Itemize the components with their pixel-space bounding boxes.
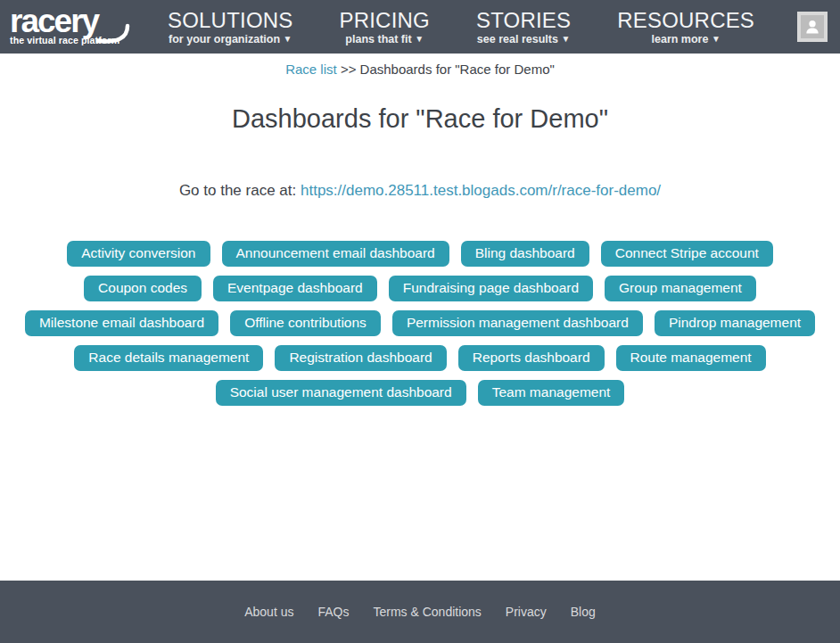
nav-stories-sublabel: see real results ▼ bbox=[476, 33, 571, 45]
footer-link-terms[interactable]: Terms & Conditions bbox=[373, 605, 481, 619]
nav-solutions-label: SOLUTIONS bbox=[168, 9, 293, 32]
dashboard-button-route-management[interactable]: Route management bbox=[616, 345, 766, 371]
dashboard-button-social-user-management[interactable]: Social user management dashboard bbox=[216, 380, 466, 406]
footer: About us FAQs Terms & Conditions Privacy… bbox=[0, 581, 840, 643]
chevron-down-icon: ▼ bbox=[561, 34, 570, 44]
dashboard-button-registration[interactable]: Registration dashboard bbox=[275, 345, 446, 371]
footer-link-privacy[interactable]: Privacy bbox=[506, 605, 547, 619]
breadcrumb-separator: >> bbox=[341, 62, 357, 77]
nav-pricing-sublabel: plans that fit ▼ bbox=[340, 33, 430, 45]
dashboard-button-connect-stripe[interactable]: Connect Stripe account bbox=[601, 241, 773, 267]
breadcrumb-current: Dashboards for "Race for Demo" bbox=[360, 62, 555, 77]
racery-logo-image: racery the virtual race platform bbox=[9, 4, 150, 46]
nav-stories-label: STORIES bbox=[476, 9, 571, 32]
dashboard-button-fundraising-page[interactable]: Fundraising page dashboard bbox=[389, 276, 593, 301]
logo-wordmark: racery bbox=[10, 4, 101, 39]
account-button[interactable] bbox=[797, 12, 828, 42]
dashboard-button-eventpage[interactable]: Eventpage dashboard bbox=[213, 276, 377, 301]
nav-solutions-sublabel: for your organization ▼ bbox=[168, 33, 293, 45]
nav-resources-subtext: learn more bbox=[652, 33, 709, 45]
chevron-down-icon: ▼ bbox=[712, 34, 721, 44]
top-navigation-bar: racery the virtual race platform SOLUTIO… bbox=[0, 0, 840, 54]
dashboard-button-reports[interactable]: Reports dashboard bbox=[458, 345, 605, 371]
chevron-down-icon: ▼ bbox=[415, 34, 424, 44]
nav-item-resources[interactable]: RESOURCES learn more ▼ bbox=[617, 9, 754, 45]
nav-pricing-subtext: plans that fit bbox=[345, 33, 411, 45]
dashboard-button-pindrop-management[interactable]: Pindrop management bbox=[655, 310, 815, 336]
racery-logo[interactable]: racery the virtual race platform bbox=[9, 4, 152, 50]
dashboard-button-offline-contributions[interactable]: Offline contributions bbox=[230, 310, 381, 336]
nav-item-solutions[interactable]: SOLUTIONS for your organization ▼ bbox=[168, 9, 293, 45]
chevron-down-icon: ▼ bbox=[284, 34, 292, 44]
dashboard-button-milestone-email[interactable]: Milestone email dashboard bbox=[25, 310, 218, 336]
nav-resources-label: RESOURCES bbox=[617, 9, 754, 32]
dashboard-button-group-management[interactable]: Group management bbox=[605, 276, 756, 301]
nav-stories-subtext: see real results bbox=[477, 33, 558, 45]
dashboard-button-permission-management[interactable]: Permission management dashboard bbox=[392, 310, 643, 336]
dashboard-button-group: Activity conversion Announcement email d… bbox=[19, 241, 821, 406]
footer-link-blog[interactable]: Blog bbox=[571, 605, 596, 619]
main-nav: SOLUTIONS for your organization ▼ PRICIN… bbox=[168, 9, 754, 45]
nav-item-stories[interactable]: STORIES see real results ▼ bbox=[476, 9, 571, 45]
breadcrumb: Race list >> Dashboards for "Race for De… bbox=[0, 54, 840, 77]
page-title: Dashboards for "Race for Demo" bbox=[0, 104, 840, 134]
breadcrumb-race-list-link[interactable]: Race list bbox=[285, 62, 337, 77]
main-content: Race list >> Dashboards for "Race for De… bbox=[0, 54, 840, 581]
logo-tagline: the virtual race platform bbox=[10, 35, 119, 45]
dashboard-button-bling[interactable]: Bling dashboard bbox=[461, 241, 589, 267]
nav-pricing-label: PRICING bbox=[340, 9, 430, 32]
dashboard-button-team-management[interactable]: Team management bbox=[478, 380, 625, 406]
race-link-line: Go to the race at: https://demo.28511.te… bbox=[0, 182, 840, 200]
dashboard-button-announcement-email[interactable]: Announcement email dashboard bbox=[222, 241, 449, 267]
dashboard-button-activity-conversion[interactable]: Activity conversion bbox=[67, 241, 210, 267]
dashboard-button-coupon-codes[interactable]: Coupon codes bbox=[84, 276, 202, 301]
nav-resources-sublabel: learn more ▼ bbox=[617, 33, 754, 45]
footer-link-faqs[interactable]: FAQs bbox=[317, 605, 349, 619]
race-url-link[interactable]: https://demo.28511.test.blogads.com/r/ra… bbox=[301, 182, 661, 199]
dashboard-button-race-details[interactable]: Race details management bbox=[74, 345, 263, 371]
user-avatar-icon bbox=[801, 15, 824, 38]
footer-link-about-us[interactable]: About us bbox=[244, 605, 293, 619]
race-link-label: Go to the race at: bbox=[179, 182, 296, 199]
nav-solutions-subtext: for your organization bbox=[169, 33, 280, 45]
nav-item-pricing[interactable]: PRICING plans that fit ▼ bbox=[340, 9, 430, 45]
